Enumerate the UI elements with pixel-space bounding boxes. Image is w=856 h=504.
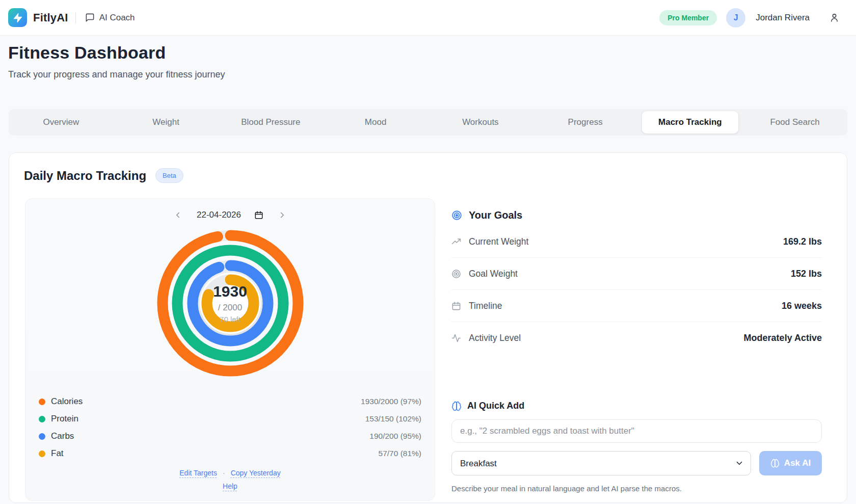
macro-legend: Calories 1930/2000 (97%) Protein 153/150… (25, 393, 435, 462)
goal-row-current-weight: Current Weight 169.2 lbs (451, 226, 822, 258)
avatar[interactable]: J (726, 8, 745, 28)
tab-blood-pressure[interactable]: Blood Pressure (219, 109, 324, 136)
meal-description-input[interactable] (451, 419, 822, 443)
legend-value: 57/70 (81%) (379, 449, 421, 458)
legend-row-fat: Fat 57/70 (81%) (39, 445, 421, 462)
ring-center-readout: 1930 / 2000 70 left (154, 227, 307, 380)
tab-bar: Overview Weight Blood Pressure Mood Work… (9, 109, 847, 136)
brain-icon (770, 459, 780, 468)
legend-row-calories: Calories 1930/2000 (97%) (39, 393, 421, 410)
brand-name: FitlyAI (33, 11, 68, 24)
tab-weight[interactable]: Weight (114, 109, 219, 136)
trending-up-icon (451, 237, 461, 247)
target-icon (451, 269, 461, 279)
legend-value: 190/200 (95%) (369, 432, 421, 441)
date-picker-button[interactable] (253, 209, 264, 221)
legend-label: Calories (51, 396, 83, 407)
tab-food-search[interactable]: Food Search (742, 109, 847, 136)
tab-workouts[interactable]: Workouts (428, 109, 533, 136)
goal-value: 169.2 lbs (783, 236, 822, 247)
tab-mood[interactable]: Mood (323, 109, 428, 136)
brain-icon (451, 401, 462, 411)
membership-badge: Pro Member (659, 10, 717, 25)
page-subtitle: Track your progress and manage your fitn… (8, 69, 225, 80)
tab-overview[interactable]: Overview (9, 109, 114, 136)
help-link[interactable]: Help (223, 482, 237, 490)
legend-row-carbs: Carbs 190/200 (95%) (39, 428, 421, 445)
calories-dot (39, 399, 45, 405)
header-divider (75, 12, 76, 23)
date-display: 22-04-2026 (197, 210, 241, 220)
user-name: Jordan Rivera (756, 13, 810, 23)
quick-add-title: AI Quick Add (467, 401, 524, 411)
tab-macro-tracking[interactable]: Macro Tracking (642, 111, 739, 134)
macro-tracking-card: Daily Macro Tracking Beta 22-04-2026 (9, 152, 847, 503)
chat-bubble-icon (85, 13, 95, 22)
ai-quick-add-section: AI Quick Add Breakfast Ask AI (451, 401, 822, 493)
app-logo[interactable] (8, 8, 27, 27)
calories-remaining-value: 70 left (220, 315, 240, 324)
carbs-dot (39, 433, 45, 440)
your-goals-section: Your Goals Current Weight 169.2 lbs (451, 198, 822, 354)
legend-label: Protein (51, 414, 78, 424)
fat-dot (39, 450, 45, 457)
goal-value: 16 weeks (782, 301, 822, 311)
legend-label: Carbs (51, 431, 74, 441)
macro-rings-panel: 22-04-2026 (25, 198, 435, 501)
quick-add-helper-text: Describe your meal in natural language a… (451, 484, 822, 493)
goal-value: 152 lbs (791, 269, 822, 279)
date-navigation: 22-04-2026 (172, 209, 288, 221)
goal-label: Goal Weight (469, 269, 518, 279)
calendar-icon (451, 301, 461, 311)
tab-progress[interactable]: Progress (533, 109, 638, 136)
target-icon (451, 210, 462, 221)
goal-label: Activity Level (469, 333, 521, 343)
copy-yesterday-link[interactable]: Copy Yesterday (231, 469, 281, 477)
legend-row-protein: Protein 153/150 (102%) (39, 410, 421, 428)
activity-icon (451, 333, 461, 343)
ask-ai-label: Ask AI (784, 458, 811, 468)
prev-day-button[interactable] (172, 209, 183, 221)
ask-ai-button[interactable]: Ask AI (759, 451, 822, 475)
calories-consumed-value: 1930 (213, 283, 247, 300)
lightning-bolt-icon (13, 13, 23, 23)
next-day-button[interactable] (277, 209, 288, 221)
calories-target-value: / 2000 (218, 303, 242, 313)
chevron-left-icon (173, 210, 182, 220)
user-menu-icon[interactable] (829, 12, 840, 23)
macro-rings-chart: 1930 / 2000 70 left (154, 227, 307, 380)
goal-row-goal-weight: Goal Weight 152 lbs (451, 258, 822, 290)
goals-title: Your Goals (469, 209, 522, 221)
meal-type-select[interactable]: Breakfast (451, 451, 751, 475)
goal-row-activity-level: Activity Level Moderately Active (451, 322, 822, 354)
links-separator: · (223, 469, 225, 477)
goal-row-timeline: Timeline 16 weeks (451, 290, 822, 322)
goals-and-quick-add: Your Goals Current Weight 169.2 lbs (451, 198, 822, 502)
chevron-right-icon (278, 210, 287, 220)
protein-dot (39, 416, 45, 422)
legend-label: Fat (51, 448, 64, 459)
goal-label: Timeline (469, 301, 502, 311)
edit-targets-link[interactable]: Edit Targets (179, 469, 217, 477)
legend-value: 1930/2000 (97%) (361, 397, 421, 406)
goal-value: Moderately Active (744, 333, 822, 343)
ai-coach-label: AI Coach (99, 13, 135, 23)
ai-coach-link[interactable]: AI Coach (85, 13, 135, 23)
legend-value: 153/150 (102%) (365, 414, 421, 423)
goal-label: Current Weight (469, 236, 528, 247)
calendar-icon (254, 210, 263, 220)
beta-badge: Beta (155, 168, 183, 183)
card-title: Daily Macro Tracking (24, 169, 146, 183)
page-title: Fitness Dashboard (8, 43, 225, 63)
top-bar: FitlyAI AI Coach Pro Member J Jordan Riv… (0, 0, 856, 36)
